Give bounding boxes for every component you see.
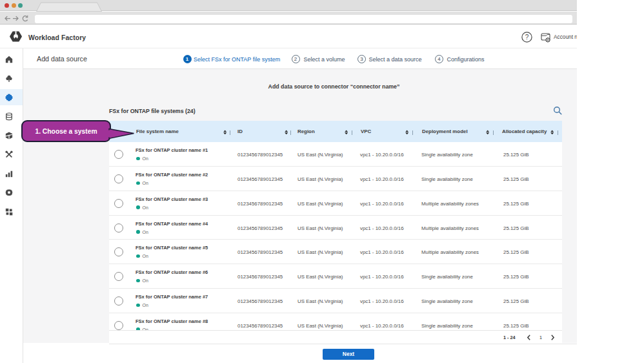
- svg-text:?: ?: [525, 34, 529, 41]
